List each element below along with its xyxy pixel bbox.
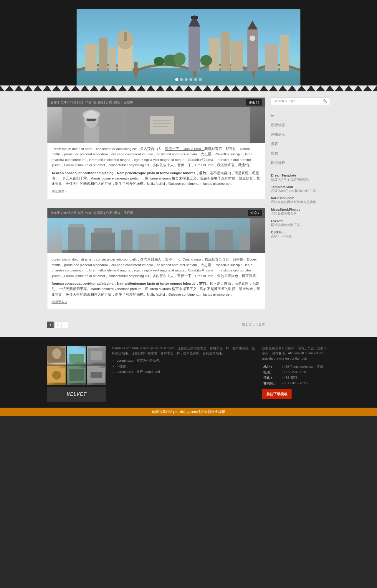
svg-rect-33 <box>150 116 174 134</box>
megastock-title[interactable]: MegaStockPhotos <box>271 208 330 211</box>
page-btn-next[interactable]: › <box>62 322 68 328</box>
svg-rect-39 <box>69 224 84 228</box>
download-button[interactable]: 前往下载模板 <box>262 389 292 399</box>
templatesold-title[interactable]: TemplateSold <box>271 185 330 189</box>
svg-point-19 <box>249 35 255 41</box>
footer-middle: Curabitur sed urna id nunc pulvinar semp… <box>112 346 256 402</box>
article-card-2: 发布于 2018年8月29日, 作者: 管理员 | 分类: 模板、互联网 评论 … <box>47 208 265 309</box>
svg-rect-6 <box>99 38 108 71</box>
svg-point-56 <box>52 371 61 380</box>
svg-point-50 <box>52 348 61 359</box>
csshub-title[interactable]: CSS Hub <box>271 230 330 234</box>
evrsoft-desc: 网站构建软件和工具 <box>271 223 330 227</box>
megastock-desc: 无限版权免费照片 <box>271 211 330 216</box>
content-wrapper: 发布于 2018年9月11日, 作者: 管理员 | 分类: 模板、互联网 评论 … <box>41 97 336 331</box>
hero-city-svg <box>77 9 300 85</box>
svg-rect-13 <box>191 16 198 19</box>
svg-rect-52 <box>69 354 84 363</box>
article-p1-1: Lorem ipsum dolor sit amet，consectetuer … <box>52 146 261 168</box>
zigzag-divider <box>0 85 377 91</box>
hero-banner <box>77 9 300 85</box>
svg-rect-60 <box>91 372 102 378</box>
watermark-bar: 访问曲马社区ybs.xiejiag.com领取最新最全模板 <box>0 408 377 416</box>
contact-value-address: 1458 TemplateAccess，美国 <box>281 364 330 370</box>
thumb-5[interactable] <box>67 365 86 385</box>
svg-point-24 <box>154 57 164 66</box>
contact-table: 地址： 1458 TemplateAccess，美国 电话： +123-1234… <box>262 364 330 386</box>
search-icon: 🔍 <box>323 99 327 103</box>
svg-rect-5 <box>85 44 97 71</box>
slider-dot-4[interactable] <box>189 78 192 81</box>
article-meta-left-1: 发布于 2018年9月11日, 作者: 管理员 | 分类: 模板、互联网 <box>50 100 133 105</box>
sidebar-nav-style-demo[interactable]: 风格演示 <box>271 130 330 139</box>
article-link-2a[interactable]: 我沉默寄言喜喜，我害怕。 <box>204 258 247 261</box>
svg-rect-44 <box>165 227 180 253</box>
slider-dot-6[interactable] <box>199 78 202 81</box>
article-meta-1: 发布于 2018年9月11日, 作者: 管理员 | 分类: 模板、互联网 评论 … <box>47 98 265 107</box>
slider-dot-2[interactable] <box>180 78 183 81</box>
read-more-2[interactable]: 阅读更多 <box>52 299 261 305</box>
articles-column: 发布于 2018年9月11日, 作者: 管理员 | 分类: 模板、互联网 评论 … <box>47 97 265 331</box>
footer-contact-text: 没有任何东西可以破坏，没有三又叔，没有十字架，没有复活。Aliquam 和 qu… <box>262 346 330 361</box>
read-more-1[interactable]: 阅读更多 <box>52 189 261 194</box>
svg-rect-7 <box>109 47 116 71</box>
article-body-2: Lorem ipsum dolor sit amet，consectetuer … <box>47 253 265 309</box>
svg-rect-11 <box>188 27 200 71</box>
article-p2-2: Aenean consequat porttitor adipiscing，Na… <box>52 281 261 297</box>
thumb-2[interactable] <box>67 346 86 365</box>
footer-inner: VELVET Curabitur sed urna id nunc pulvin… <box>41 346 336 402</box>
pagination-left: 1 2 › <box>47 322 68 328</box>
sidebar-nav-template-info[interactable]: 模板信息 <box>271 121 330 130</box>
hero-section <box>0 0 377 85</box>
slider-dots <box>175 78 202 81</box>
article-comment-count-2[interactable]: 评论 7 <box>248 210 262 216</box>
sidebar: 🔍 家 模板信息 风格演示 博客 档案 网页模板 DreamTemplate 超… <box>271 97 330 331</box>
sidebar-links: DreamTemplate 超过 6,000 个优质网页模板 TemplateS… <box>271 174 330 238</box>
page-btn-2[interactable]: 2 <box>54 322 61 328</box>
svg-rect-58 <box>69 369 84 381</box>
slider-dot-5[interactable] <box>194 78 197 81</box>
dreamtemplate-title[interactable]: DreamTemplate <box>271 174 330 177</box>
sidebar-link-dreamtemplate: DreamTemplate 超过 6,000 个优质网页模板 <box>271 174 330 182</box>
sidebar-nav-blog[interactable]: 博客 <box>271 139 330 149</box>
imhosted-title[interactable]: ImHosted.com <box>271 196 330 200</box>
thumb-3[interactable] <box>87 346 106 365</box>
contact-label-fax: 传真： <box>262 375 281 381</box>
svg-rect-14 <box>209 38 219 71</box>
thumb-grid <box>47 346 106 385</box>
page-btn-1[interactable]: 1 <box>47 322 54 328</box>
article-meta-2: 发布于 2018年8月29日, 作者: 管理员 | 分类: 模板、互联网 评论 … <box>47 208 265 218</box>
search-input[interactable] <box>271 98 320 105</box>
thumb-4[interactable] <box>47 365 66 385</box>
sidebar-nav-home[interactable]: 家 <box>271 111 330 121</box>
svg-rect-41 <box>94 228 112 234</box>
search-button[interactable]: 🔍 <box>320 98 330 105</box>
contact-label-phone: 电话： <box>262 370 281 375</box>
svg-rect-16 <box>231 41 243 71</box>
thumb-6[interactable] <box>87 365 106 385</box>
imhosted-desc: 经济实惠的网络托管服务提供商 <box>271 200 330 204</box>
evrsoft-title[interactable]: Evrsoft <box>271 219 330 223</box>
csshub-desc: 高级 CSS 模板 <box>271 234 330 238</box>
sidebar-nav-web-template[interactable]: 网页模板 <box>271 158 330 168</box>
article-p2-1: Aenean consequat porttitor adipiscing，Na… <box>52 170 261 187</box>
article-comment-count-1[interactable]: 评论 11 <box>246 99 262 106</box>
footer-list-item-1: Lorem ipsum 痛苦为作和品牌。 <box>117 358 256 363</box>
svg-rect-48 <box>62 250 250 253</box>
sidebar-link-templatesold: TemplateSold 高级 WordPress 和 Joomla 主题 <box>271 185 330 193</box>
article-image-2 <box>47 218 265 253</box>
search-box: 🔍 <box>271 97 330 105</box>
slider-dot-1[interactable] <box>175 78 178 81</box>
main-content: 发布于 2018年9月11日, 作者: 管理员 | 分类: 模板、互联网 评论 … <box>0 91 377 337</box>
svg-point-23 <box>174 52 186 65</box>
sidebar-link-csshub: CSS Hub 高级 CSS 模板 <box>271 230 330 238</box>
article-link-1a[interactable]: 暂停一下。Cras id urna， <box>165 147 205 151</box>
contact-value-fax: +458-4578 <box>281 375 330 381</box>
slider-dot-3[interactable] <box>185 78 188 81</box>
thumb-1[interactable] <box>47 346 66 365</box>
sidebar-nav: 家 模板信息 风格演示 博客 档案 网页模板 <box>271 111 330 168</box>
sidebar-nav-archive[interactable]: 档案 <box>271 149 330 158</box>
footer-thumbs: VELVET <box>47 346 106 402</box>
contact-row-phone: 电话： +123-1234-5678 <box>262 370 330 375</box>
svg-rect-20 <box>265 44 278 71</box>
